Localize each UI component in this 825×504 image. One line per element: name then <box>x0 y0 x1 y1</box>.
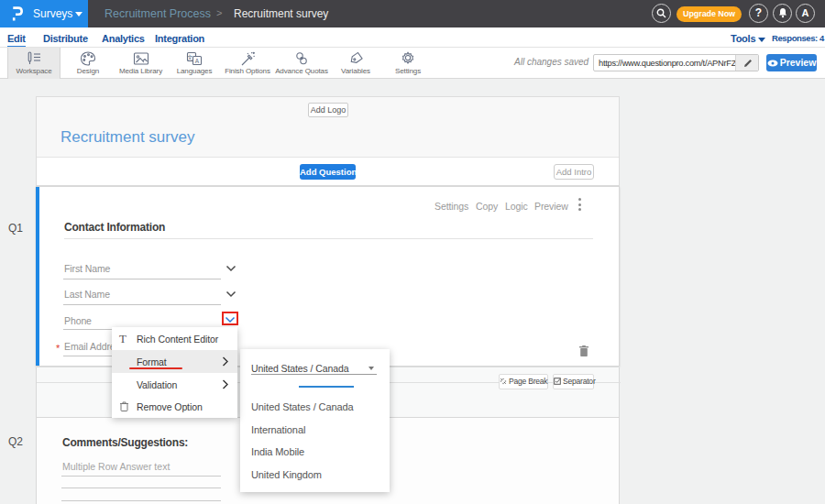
svg-text:A: A <box>195 58 200 64</box>
svg-text:文: 文 <box>187 54 193 60</box>
